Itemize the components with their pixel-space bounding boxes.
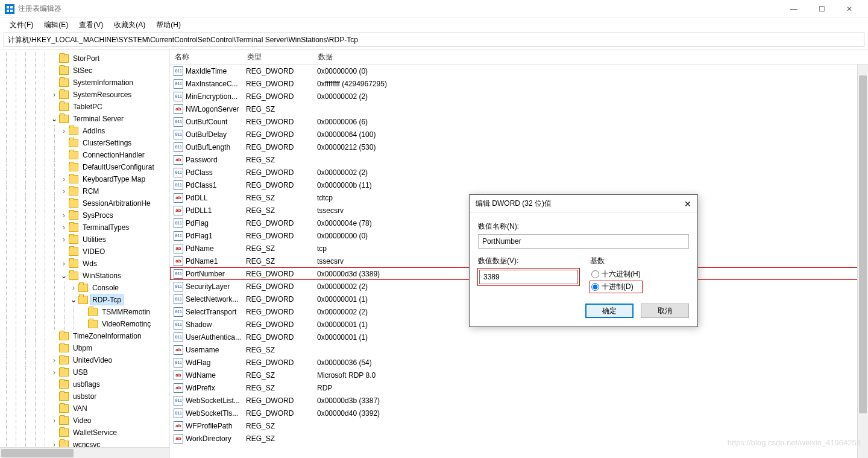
tree-item-terminal-server[interactable]: ⌄Terminal Server bbox=[0, 113, 169, 125]
maximize-button[interactable]: ☐ bbox=[808, 0, 835, 18]
chevron-right-icon[interactable]: › bbox=[60, 223, 68, 232]
value-row[interactable]: UsernameREG_SZ bbox=[170, 343, 868, 356]
value-row[interactable]: OutBufDelayREG_DWORD0x00000064 (100) bbox=[170, 128, 868, 141]
value-data-input[interactable] bbox=[479, 270, 578, 284]
value-row[interactable]: WdPrefixREG_SZRDP bbox=[170, 381, 868, 394]
radio-dec[interactable] bbox=[591, 283, 599, 291]
tree-item-video[interactable]: VIDEO bbox=[0, 246, 169, 258]
value-row[interactable]: WorkDirectoryREG_SZ bbox=[170, 432, 868, 445]
tree-item-videoremotin-[interactable]: VideoRemotinç bbox=[0, 318, 169, 330]
tree-item-wds[interactable]: ›Wds bbox=[0, 258, 169, 270]
value-row[interactable]: OutBufLengthREG_DWORD0x00000212 (530) bbox=[170, 141, 868, 153]
tree-item-systeminformation[interactable]: SystemInformation bbox=[0, 77, 169, 89]
radio-hex[interactable] bbox=[591, 270, 599, 278]
tree-item-sessionarbitrationhe[interactable]: SessionArbitrationHe bbox=[0, 197, 169, 209]
tree-item-timezoneinformation[interactable]: TimeZoneInformation bbox=[0, 330, 169, 342]
value-row[interactable]: WdNameREG_SZMicrosoft RDP 8.0 bbox=[170, 369, 868, 381]
tree-item-winstations[interactable]: ⌄WinStations bbox=[0, 270, 169, 282]
dword-icon bbox=[174, 320, 183, 329]
folder-icon bbox=[78, 296, 88, 304]
value-row[interactable]: PdClass1REG_DWORD0x0000000b (11) bbox=[170, 179, 868, 191]
chevron-right-icon[interactable]: › bbox=[51, 416, 58, 425]
scrollbar-thumb[interactable] bbox=[859, 75, 867, 413]
value-type: REG_DWORD bbox=[246, 232, 317, 240]
chevron-down-icon[interactable]: ⌄ bbox=[51, 115, 58, 123]
tree-item-utilities[interactable]: ›Utilities bbox=[0, 234, 169, 246]
value-row[interactable]: WebSocketTls...REG_DWORD0x00000d40 (3392… bbox=[170, 407, 868, 419]
menu-edit[interactable]: 编辑(E) bbox=[39, 19, 73, 31]
menu-favorites[interactable]: 收藏夹(A) bbox=[109, 19, 150, 31]
tree-horizontal-scrollbar[interactable] bbox=[0, 447, 169, 458]
address-bar[interactable]: 计算机\HKEY_LOCAL_MACHINE\SYSTEM\CurrentCon… bbox=[4, 33, 864, 47]
minimize-button[interactable]: — bbox=[780, 0, 808, 18]
value-row[interactable]: WFProfilePathREG_SZ bbox=[170, 419, 868, 432]
value-row[interactable]: PdClassREG_DWORD0x00000002 (2) bbox=[170, 166, 868, 179]
value-data: 0x00000212 (530) bbox=[317, 143, 868, 151]
tree-item-tabletpc[interactable]: TabletPC bbox=[0, 101, 169, 113]
tree-item-sysprocs[interactable]: ›SysProcs bbox=[0, 209, 169, 221]
tree-item-label: Ubpm bbox=[71, 343, 94, 353]
tree-item-defaultuserconfigurat[interactable]: DefaultUserConfigurat bbox=[0, 161, 169, 173]
chevron-right-icon[interactable]: › bbox=[51, 368, 58, 377]
value-row[interactable]: OutBufCountREG_DWORD0x00000006 (6) bbox=[170, 115, 868, 128]
tree-item-clustersettings[interactable]: ClusterSettings bbox=[0, 137, 169, 149]
tree-item-wcncsvc[interactable]: ›wcncsvc bbox=[0, 439, 169, 447]
menu-help[interactable]: 帮助(H) bbox=[151, 19, 186, 31]
tree-item-addins[interactable]: ›AddIns bbox=[0, 125, 169, 137]
scrollbar-thumb[interactable] bbox=[1, 449, 74, 457]
chevron-down-icon[interactable]: ⌄ bbox=[60, 272, 68, 280]
tree-item-keyboardtype-map[interactable]: ›KeyboardType Map bbox=[0, 173, 169, 185]
value-row[interactable]: MaxIdleTimeREG_DWORD0x00000000 (0) bbox=[170, 65, 868, 77]
tree-item-systemresources[interactable]: ›SystemResources bbox=[0, 89, 169, 101]
chevron-right-icon[interactable]: › bbox=[60, 175, 68, 183]
tree-item-connectionhandler[interactable]: ConnectionHandler bbox=[0, 149, 169, 161]
value-row[interactable]: WebSocketList...REG_DWORD0x00000d3b (338… bbox=[170, 394, 868, 407]
chevron-right-icon[interactable]: › bbox=[60, 127, 68, 135]
value-row[interactable]: MinEncryption...REG_DWORD0x00000002 (2) bbox=[170, 90, 868, 103]
tree-item-storport[interactable]: StorPort bbox=[0, 52, 169, 65]
tree-item-label: TerminalTypes bbox=[81, 223, 131, 232]
tree-item-usbstor[interactable]: usbstor bbox=[0, 390, 169, 402]
value-row[interactable]: WdFlagREG_DWORD0x00000036 (54) bbox=[170, 356, 868, 369]
chevron-right-icon[interactable]: › bbox=[60, 187, 68, 196]
cancel-button[interactable]: 取消 bbox=[641, 304, 689, 318]
tree-item-rcm[interactable]: ›RCM bbox=[0, 185, 169, 197]
column-name[interactable]: 名称 bbox=[170, 50, 242, 65]
tree-item-label: Utilities bbox=[81, 235, 108, 244]
dialog-titlebar[interactable]: 编辑 DWORD (32 位)值 ✕ bbox=[470, 195, 697, 213]
chevron-down-icon[interactable]: ⌄ bbox=[70, 296, 77, 304]
menu-view[interactable]: 查看(V) bbox=[74, 19, 108, 31]
folder-icon bbox=[69, 223, 78, 232]
tree-item-usbflags[interactable]: usbflags bbox=[0, 378, 169, 390]
ok-button[interactable]: 确定 bbox=[585, 304, 634, 318]
chevron-right-icon[interactable]: › bbox=[60, 235, 68, 244]
tree-item-video[interactable]: ›Video bbox=[0, 415, 169, 427]
tree-item-terminaltypes[interactable]: ›TerminalTypes bbox=[0, 221, 169, 234]
chevron-right-icon[interactable]: › bbox=[51, 441, 58, 447]
chevron-right-icon[interactable]: › bbox=[60, 211, 68, 220]
value-row[interactable]: NWLogonServerREG_SZ bbox=[170, 103, 868, 115]
dword-icon bbox=[174, 282, 183, 291]
close-button[interactable]: ✕ bbox=[835, 0, 863, 18]
chevron-right-icon[interactable]: › bbox=[60, 259, 68, 268]
chevron-right-icon[interactable]: › bbox=[51, 356, 58, 364]
tree-item-walletservice[interactable]: WalletService bbox=[0, 427, 169, 439]
chevron-right-icon[interactable]: › bbox=[51, 91, 58, 99]
tree-item-tsmmremotin[interactable]: TSMMRemotin bbox=[0, 306, 169, 318]
value-row[interactable]: MaxInstanceC...REG_DWORD0xffffffff (4294… bbox=[170, 77, 868, 90]
tree-item-rdp-tcp[interactable]: ⌄RDP-Tcp bbox=[0, 294, 169, 306]
value-row[interactable]: PasswordREG_SZ bbox=[170, 153, 868, 166]
tree-item-unitedvideo[interactable]: ›UnitedVideo bbox=[0, 354, 169, 366]
value-row[interactable]: UserAuthentica...REG_DWORD0x00000001 (1) bbox=[170, 331, 868, 343]
menu-file[interactable]: 文件(F) bbox=[5, 19, 38, 31]
tree-item-van[interactable]: VAN bbox=[0, 402, 169, 415]
list-vertical-scrollbar[interactable] bbox=[857, 65, 868, 458]
tree-item-stsec[interactable]: StSec bbox=[0, 65, 169, 77]
tree-item-ubpm[interactable]: Ubpm bbox=[0, 342, 169, 354]
tree-item-usb[interactable]: ›USB bbox=[0, 366, 169, 378]
dialog-close-icon[interactable]: ✕ bbox=[684, 199, 691, 209]
column-type[interactable]: 类型 bbox=[242, 50, 313, 65]
tree-item-console[interactable]: ›Console bbox=[0, 282, 169, 294]
column-data[interactable]: 数据 bbox=[313, 50, 868, 65]
chevron-right-icon[interactable]: › bbox=[70, 284, 77, 292]
